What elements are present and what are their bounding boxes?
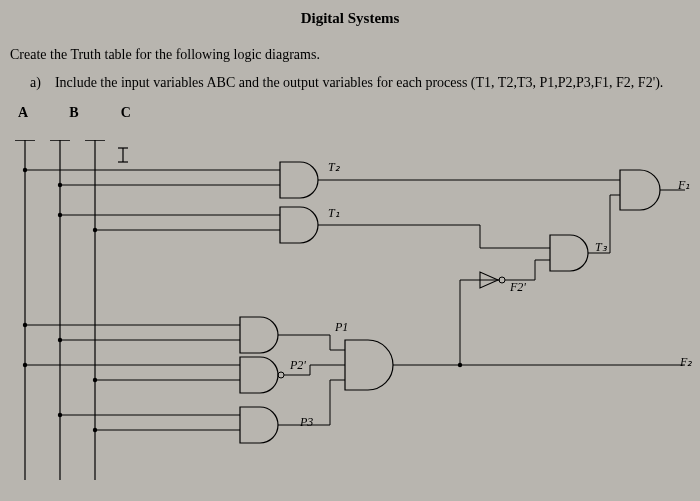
svg-point-52 <box>458 363 462 367</box>
instruction: Create the Truth table for the following… <box>10 47 700 63</box>
label-t3: T₃ <box>595 240 607 255</box>
page-title: Digital Systems <box>0 0 700 27</box>
logic-diagram-svg <box>0 140 700 501</box>
label-p3: P3 <box>300 415 313 430</box>
label-f1: F₁ <box>678 178 690 193</box>
sub-instruction: a) Include the input variables ABC and t… <box>30 75 700 91</box>
label-p2: P2' <box>290 358 306 373</box>
logic-diagram: T₂ T₁ P1 P2' P3 F2' T₃ F₁ F₂ <box>0 140 700 501</box>
svg-point-39 <box>23 363 27 367</box>
label-f2: F₂ <box>680 355 692 370</box>
input-labels: A B C <box>18 105 700 121</box>
svg-point-41 <box>278 372 284 378</box>
svg-point-11 <box>23 168 27 172</box>
svg-point-34 <box>23 323 27 327</box>
svg-point-56 <box>93 428 97 432</box>
label-t2: T₂ <box>328 160 340 175</box>
label-p1: P1 <box>335 320 348 335</box>
label-t1: T₁ <box>328 206 340 221</box>
svg-point-40 <box>93 378 97 382</box>
svg-point-12 <box>58 183 62 187</box>
label-f2prime: F2' <box>510 280 526 295</box>
svg-point-17 <box>93 228 97 232</box>
svg-point-55 <box>58 413 62 417</box>
svg-point-16 <box>58 213 62 217</box>
svg-point-35 <box>58 338 62 342</box>
